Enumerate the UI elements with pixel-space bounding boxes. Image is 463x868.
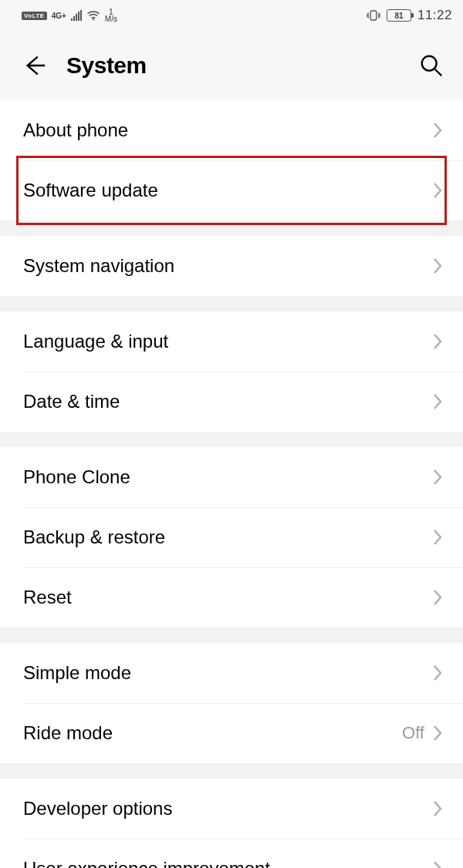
search-icon[interactable] <box>418 52 444 79</box>
speed-unit: M/s <box>105 15 117 23</box>
settings-group: Language & input Date & time <box>0 311 463 432</box>
row-about-phone[interactable]: About phone <box>0 100 463 160</box>
group-gap <box>0 296 463 311</box>
battery-icon: 81 <box>387 9 411 22</box>
row-software-update[interactable]: Software update <box>0 160 463 220</box>
wifi-icon <box>86 10 100 21</box>
clock: 11:22 <box>417 8 452 23</box>
svg-rect-1 <box>370 11 377 20</box>
row-language-input[interactable]: Language & input <box>0 311 463 372</box>
svg-point-0 <box>93 19 94 20</box>
row-label: Reset <box>23 587 72 608</box>
row-user-experience[interactable]: User experience improvement <box>0 839 463 868</box>
row-system-navigation[interactable]: System navigation <box>0 236 463 296</box>
row-date-time[interactable]: Date & time <box>0 372 463 432</box>
row-label: Phone Clone <box>23 466 130 488</box>
chevron-right-icon <box>432 860 443 868</box>
chevron-right-icon <box>432 122 443 139</box>
settings-group: Phone Clone Backup & restore Reset <box>0 447 463 627</box>
row-label: Backup & restore <box>23 527 165 548</box>
group-gap <box>0 763 463 779</box>
volte-badge: VoLTE <box>22 12 47 20</box>
chevron-right-icon <box>432 529 443 546</box>
chevron-right-icon <box>432 257 443 274</box>
row-developer-options[interactable]: Developer options <box>0 779 463 839</box>
row-label: Ride mode <box>23 722 113 744</box>
row-label: Date & time <box>23 391 120 412</box>
chevron-right-icon <box>432 393 443 410</box>
row-ride-mode[interactable]: Ride mode Off <box>0 703 463 763</box>
chevron-right-icon <box>432 333 443 350</box>
battery-level: 81 <box>394 12 403 20</box>
row-label: Language & input <box>23 331 168 352</box>
group-gap <box>0 627 463 643</box>
settings-group: System navigation <box>0 236 463 296</box>
settings-group: About phone Software update <box>0 100 463 220</box>
page-title: System <box>66 52 147 79</box>
chevron-right-icon <box>432 182 443 199</box>
group-gap <box>0 220 463 236</box>
row-label: Software update <box>23 180 158 201</box>
chevron-right-icon <box>432 469 443 486</box>
settings-group: Simple mode Ride mode Off <box>0 643 463 763</box>
chevron-right-icon <box>432 800 443 817</box>
row-reset[interactable]: Reset <box>0 567 463 627</box>
row-label: User experience improvement <box>23 858 270 868</box>
row-simple-mode[interactable]: Simple mode <box>0 643 463 703</box>
row-backup-restore[interactable]: Backup & restore <box>0 507 463 567</box>
row-label: Simple mode <box>23 662 131 684</box>
group-gap <box>0 432 463 447</box>
vibrate-icon <box>367 9 380 22</box>
signal-icon <box>71 10 82 21</box>
svg-point-2 <box>422 56 437 71</box>
chevron-right-icon <box>432 664 443 681</box>
row-label: Developer options <box>23 798 172 819</box>
row-label: About phone <box>23 119 128 141</box>
row-label: System navigation <box>23 255 174 277</box>
settings-group: Developer options User experience improv… <box>0 779 463 868</box>
row-phone-clone[interactable]: Phone Clone <box>0 447 463 507</box>
chevron-right-icon <box>432 589 443 606</box>
row-value: Off <box>402 723 424 743</box>
network-type: 4G+ <box>52 12 66 19</box>
network-speed: 1 M/s <box>105 8 117 23</box>
chevron-right-icon <box>432 725 443 742</box>
app-bar: System <box>0 31 463 100</box>
status-bar: VoLTE 4G+ 1 M/s 81 11 <box>0 0 463 31</box>
back-icon[interactable] <box>22 52 48 79</box>
